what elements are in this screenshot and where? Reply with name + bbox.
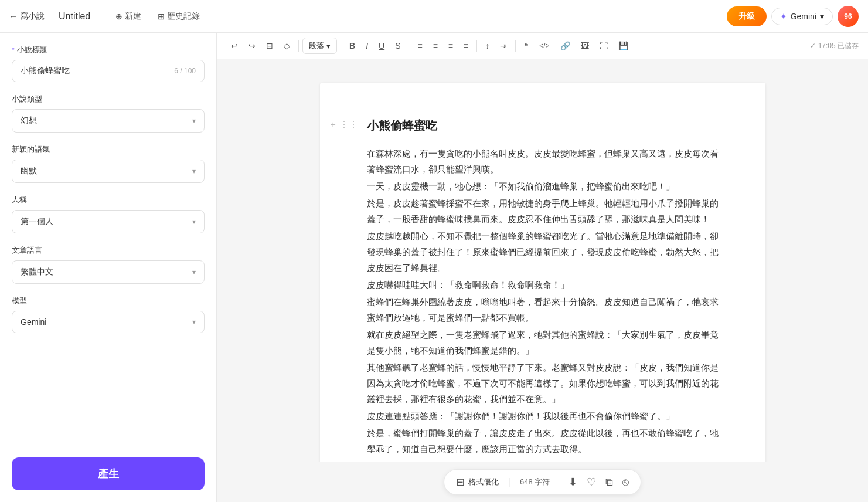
- title-label: * 小說標題: [12, 45, 205, 55]
- lang-select[interactable]: 繁體中文 ▾: [12, 260, 205, 284]
- genre-value: 幻想: [21, 116, 37, 126]
- required-marker: *: [12, 45, 15, 54]
- toolbar-separator-1: [298, 40, 299, 52]
- gemini-chevron-icon: ▾: [820, 12, 824, 21]
- paragraph-8: 皮皮連連點頭答應：「謝謝你們！謝謝你們！我以後再也不會偷你們蜂蜜了。」: [367, 408, 719, 424]
- history-icon: ⊞: [158, 12, 165, 21]
- history-button[interactable]: ⊞ 歷史記錄: [152, 8, 206, 25]
- copy-button[interactable]: ⧉: [605, 476, 613, 489]
- paragraph-5: 蜜蜂們在蜂巢外圍繞著皮皮，嗡嗡地叫著，看起來十分憤怒。皮皮知道自己闖禍了，牠哀求…: [367, 294, 719, 325]
- clear-format-button[interactable]: ◇: [279, 39, 295, 53]
- download-icon: ⬇: [569, 476, 577, 489]
- new-button[interactable]: ⊕ 新建: [110, 8, 147, 25]
- toolbar-separator-4: [476, 40, 477, 52]
- tone-chevron-icon: ▾: [192, 167, 196, 175]
- model-chevron-icon: ▾: [192, 318, 196, 326]
- block-controls: + ⋮⋮: [329, 118, 359, 131]
- lang-field-group: 文章語言 繁體中文 ▾: [12, 245, 205, 284]
- italic-button[interactable]: I: [361, 39, 373, 53]
- format-icon: ⊟: [456, 476, 465, 489]
- format-optimize-label: 格式優化: [468, 477, 499, 487]
- editor-scroll[interactable]: + ⋮⋮ 小熊偷蜂蜜吃 在森林深處，有一隻貪吃的小熊名叫皮皮。皮皮最愛吃蜂蜜，但…: [217, 59, 868, 462]
- word-count: 648 字符: [520, 477, 550, 487]
- generate-button[interactable]: 產生: [12, 457, 205, 490]
- tone-select[interactable]: 幽默 ▾: [12, 160, 205, 183]
- drag-block-button[interactable]: ⋮⋮: [338, 118, 359, 131]
- image-button[interactable]: 🖼: [576, 39, 594, 53]
- main-layout: * 小說標題 6 / 100 小說類型 幻想 ▾ 新穎的語氣 幽默 ▾ 人稱: [0, 33, 868, 502]
- top-navigation: ← 寫小說 Untitled ⊕ 新建 ⊞ 歷史記錄 升級 ✦ Gemini ▾…: [0, 0, 868, 33]
- genre-field-group: 小說類型 幻想 ▾: [12, 94, 205, 133]
- avatar[interactable]: 96: [838, 6, 859, 27]
- paragraph-chevron-icon: ▾: [326, 42, 331, 50]
- genre-label: 小說類型: [12, 94, 205, 104]
- paragraph-6: 就在皮皮絕望之際，一隻老蜜蜂飛了過來，牠對其他的蜜蜂說：「大家別生氣了，皮皮畢竟…: [367, 327, 719, 358]
- lang-value: 繁體中文: [21, 267, 53, 277]
- format-optimize-button[interactable]: ⊟ 格式優化: [456, 476, 499, 489]
- model-select[interactable]: Gemini ▾: [12, 311, 205, 333]
- pov-chevron-icon: ▾: [192, 218, 196, 226]
- tone-field-group: 新穎的語氣 幽默 ▾: [12, 144, 205, 183]
- model-value: Gemini: [21, 317, 46, 327]
- share-icon: ⎋: [622, 476, 629, 489]
- back-icon: ←: [9, 12, 18, 21]
- genre-select[interactable]: 幻想 ▾: [12, 109, 205, 133]
- expand-button[interactable]: ⛶: [595, 39, 612, 53]
- quote-button[interactable]: ❝: [519, 39, 533, 53]
- model-field-group: 模型 Gemini ▾: [12, 296, 205, 333]
- copy-format-button[interactable]: ⊟: [261, 39, 278, 53]
- editor-toolbar: ↩ ↪ ⊟ ◇ 段落 ▾ B I U S ≡ ≡ ≡ ≡ ↕ ⇥ ❝ </>: [217, 33, 868, 59]
- document-heading: 小熊偷蜂蜜吃: [367, 118, 719, 134]
- align-right-button[interactable]: ≡: [444, 39, 458, 53]
- upgrade-button[interactable]: 升級: [727, 6, 767, 26]
- paragraph-7: 其他蜜蜂聽了老蜜蜂的話，慢慢地平靜了下來。老蜜蜂又對皮皮說：「皮皮，我們知道你是…: [367, 359, 719, 407]
- nav-separator: [100, 11, 100, 22]
- strikethrough-button[interactable]: S: [390, 39, 405, 53]
- indent-button[interactable]: ⇥: [495, 39, 512, 53]
- document-title: Untitled: [59, 11, 90, 22]
- save-button[interactable]: 💾: [614, 39, 633, 53]
- new-icon: ⊕: [115, 12, 122, 21]
- sparkle-icon: ✦: [780, 12, 787, 21]
- share-button[interactable]: ⎋: [622, 476, 629, 489]
- title-char-count: 6 / 100: [174, 67, 196, 75]
- toolbar-separator-5: [515, 40, 516, 52]
- bold-button[interactable]: B: [345, 39, 360, 53]
- align-justify-button[interactable]: ≡: [459, 39, 473, 53]
- gemini-button[interactable]: ✦ Gemini ▾: [771, 8, 833, 25]
- link-button[interactable]: 🔗: [556, 39, 575, 53]
- editor-document: + ⋮⋮ 小熊偷蜂蜜吃 在森林深處，有一隻貪吃的小熊名叫皮皮。皮皮最愛吃蜂蜜，但…: [320, 83, 765, 462]
- genre-chevron-icon: ▾: [192, 117, 196, 125]
- pov-value: 第一個人: [21, 216, 53, 227]
- like-button[interactable]: ♡: [587, 476, 596, 489]
- title-input[interactable]: [21, 66, 174, 76]
- save-status: ✓ 17:05 已儲存: [810, 41, 859, 51]
- bottom-toolbar: ⊟ 格式優化 | 648 字符 ⬇ ♡ ⧉ ⎋: [444, 469, 641, 495]
- download-button[interactable]: ⬇: [569, 476, 577, 489]
- align-center-button[interactable]: ≡: [428, 39, 442, 53]
- document-content[interactable]: 在森林深處，有一隻貪吃的小熊名叫皮皮。皮皮最愛吃蜂蜜，但蜂巢又高又遠，皮皮每次看…: [367, 145, 719, 462]
- paragraph-0: 在森林深處，有一隻貪吃的小熊名叫皮皮。皮皮最愛吃蜂蜜，但蜂巢又高又遠，皮皮每次看…: [367, 145, 719, 177]
- pov-field-group: 人稱 第一個人 ▾: [12, 195, 205, 233]
- app-name: 寫小說: [20, 11, 45, 22]
- gemini-label: Gemini: [791, 12, 816, 21]
- bottom-separator-1: |: [508, 477, 510, 487]
- line-height-button[interactable]: ↕: [481, 39, 494, 53]
- pov-label: 人稱: [12, 195, 205, 205]
- code-button[interactable]: </>: [535, 39, 554, 52]
- lang-label: 文章語言: [12, 245, 205, 256]
- align-left-button[interactable]: ≡: [413, 39, 427, 53]
- paragraph-dropdown[interactable]: 段落 ▾: [302, 38, 337, 54]
- paragraph-10: 從那天起，皮皮和蜜蜂們成了好朋友，牠們經常在花叢裡一起採花蜜，過著幸福快樂的生活…: [367, 458, 719, 462]
- title-input-wrapper[interactable]: 6 / 100: [12, 60, 205, 82]
- paragraph-label: 段落: [309, 40, 324, 51]
- back-button[interactable]: ← 寫小說: [9, 11, 45, 22]
- redo-button[interactable]: ↪: [244, 39, 260, 53]
- undo-button[interactable]: ↩: [226, 39, 243, 53]
- add-block-button[interactable]: +: [329, 118, 337, 131]
- sidebar: * 小說標題 6 / 100 小說類型 幻想 ▾ 新穎的語氣 幽默 ▾ 人稱: [0, 33, 217, 502]
- bottom-bar: ⊟ 格式優化 | 648 字符 ⬇ ♡ ⧉ ⎋: [217, 462, 868, 502]
- paragraph-9: 於是，蜜蜂們打開蜂巢的蓋子，讓皮皮走了出來。皮皮從此以後，再也不敢偷蜂蜜吃了，牠…: [367, 425, 719, 457]
- underline-button[interactable]: U: [374, 39, 389, 53]
- pov-select[interactable]: 第一個人 ▾: [12, 210, 205, 233]
